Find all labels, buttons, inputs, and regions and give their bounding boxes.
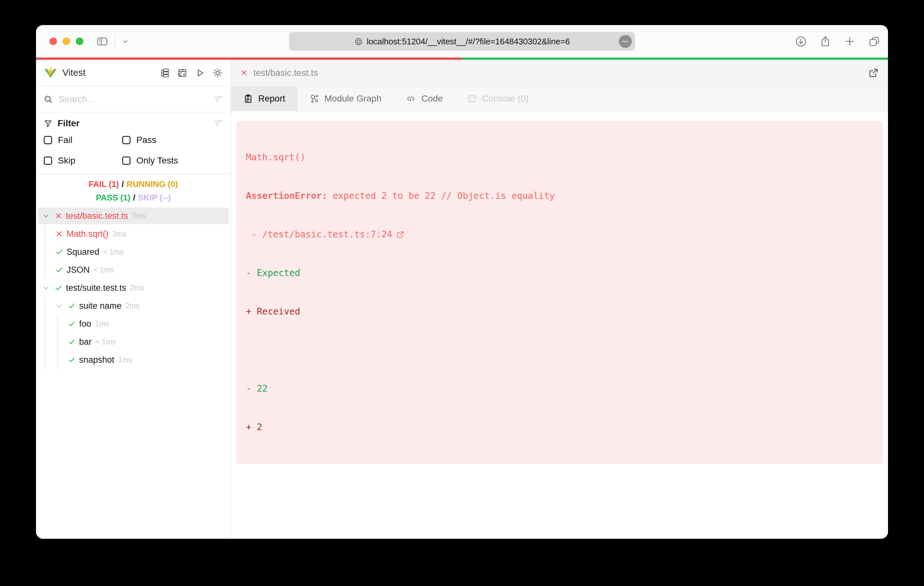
- page-options-button[interactable]: [619, 35, 632, 48]
- fail-x-icon: [240, 69, 248, 77]
- filter-title: Filter: [58, 118, 79, 128]
- status-skip: SKIP (--): [138, 193, 171, 202]
- minimize-window-button[interactable]: [63, 38, 70, 45]
- error-test-name: Math.sqrt(): [246, 151, 873, 164]
- sidebar-header: Vitest: [36, 60, 231, 86]
- checkbox[interactable]: [44, 156, 52, 165]
- test-label: Math.sqrt(): [66, 229, 109, 239]
- pass-check-icon: [68, 320, 76, 328]
- tree-row-file-suite[interactable]: test/suite.test.ts 2ms: [36, 279, 231, 297]
- checkbox[interactable]: [122, 136, 130, 144]
- tab-module-graph[interactable]: Module Graph: [297, 86, 394, 110]
- console-icon: [467, 94, 477, 104]
- tree-row-test-json[interactable]: JSON < 1ms: [36, 261, 231, 279]
- tree-row-file-basic[interactable]: test/basic.test.ts 3ms: [36, 207, 231, 225]
- test-tree: test/basic.test.ts 3ms Math.sqrt() 3ms S…: [36, 207, 231, 539]
- open-in-editor-icon[interactable]: [868, 67, 879, 78]
- test-duration: 3ms: [132, 212, 146, 221]
- error-message: expected 2 to be 22 // Object.is equalit…: [327, 189, 555, 202]
- expand-collapse-tree-icon[interactable]: [160, 68, 170, 78]
- sidebar: Vitest: [36, 60, 231, 539]
- tab-label: Module Graph: [324, 94, 381, 104]
- sidebar-toggle-icon[interactable]: [96, 35, 108, 48]
- toolbar-divider: [115, 36, 116, 47]
- pass-check-icon: [54, 284, 63, 292]
- chevron-down-icon[interactable]: [42, 212, 50, 220]
- test-label: suite name: [79, 301, 122, 311]
- tree-row-test-bar[interactable]: bar < 1ms: [36, 333, 231, 351]
- checkbox-label: Pass: [136, 135, 156, 145]
- status-pass: PASS (1): [96, 193, 130, 202]
- filter-checkbox-only-tests[interactable]: Only Tests: [122, 154, 223, 167]
- address-bar[interactable]: localhost:51204/__vitest__/#/?file=16484…: [289, 32, 635, 51]
- test-label: test/basic.test.ts: [66, 211, 128, 221]
- status-fail: FAIL (1): [88, 179, 119, 189]
- filter-checkbox-fail[interactable]: Fail: [44, 133, 122, 146]
- stack-location-link[interactable]: /test/basic.test.ts:7:24: [262, 228, 393, 241]
- dashboard-icon[interactable]: [177, 68, 187, 78]
- browser-toolbar: localhost:51204/__vitest__/#/?file=16484…: [36, 25, 888, 58]
- error-panel: Math.sqrt() AssertionError: expected 2 t…: [236, 121, 883, 464]
- status-separator: /: [130, 193, 138, 202]
- chevron-down-icon[interactable]: [42, 284, 50, 292]
- filter-checkbox-pass[interactable]: Pass: [122, 133, 223, 146]
- test-duration: 1ms: [95, 320, 109, 328]
- test-label: JSON: [66, 265, 90, 275]
- test-label: snapshot: [79, 355, 114, 365]
- test-duration: 2ms: [125, 302, 139, 310]
- tab-label: Console (0): [482, 94, 528, 104]
- tree-row-test-squared[interactable]: Squared < 1ms: [36, 243, 231, 261]
- traffic-lights: [50, 38, 83, 45]
- checkbox[interactable]: [122, 156, 130, 165]
- close-window-button[interactable]: [50, 38, 57, 45]
- theme-toggle-sun-icon[interactable]: [213, 68, 223, 78]
- new-tab-icon[interactable]: [844, 35, 856, 48]
- test-duration: < 1ms: [96, 337, 116, 346]
- share-icon[interactable]: [819, 35, 832, 48]
- zoom-window-button[interactable]: [76, 38, 83, 45]
- tree-row-suite-name[interactable]: suite name 2ms: [36, 297, 231, 315]
- error-name: AssertionError:: [246, 189, 327, 202]
- tree-row-test-foo[interactable]: foo 1ms: [36, 315, 231, 333]
- error-stack-line: - /test/basic.test.ts:7:24: [246, 228, 873, 241]
- external-link-icon[interactable]: [396, 230, 404, 239]
- report-icon: [243, 94, 253, 104]
- checkbox[interactable]: [44, 136, 52, 144]
- test-label: test/suite.test.ts: [66, 283, 126, 293]
- diff-received-label: + Received: [246, 305, 873, 318]
- main-panel: test/basic.test.ts Rep: [231, 60, 888, 539]
- test-duration: < 1ms: [103, 248, 124, 256]
- run-all-icon[interactable]: [195, 68, 205, 78]
- checkbox-label: Only Tests: [136, 155, 178, 166]
- tree-row-test-snapshot[interactable]: snapshot 1ms: [36, 351, 231, 369]
- report-view: Math.sqrt() AssertionError: expected 2 t…: [231, 111, 888, 539]
- chevron-down-icon[interactable]: [122, 38, 129, 45]
- tab-report[interactable]: Report: [231, 86, 297, 110]
- search-input[interactable]: [58, 94, 214, 104]
- tab-overview-icon[interactable]: [868, 35, 880, 48]
- tab-code[interactable]: Code: [394, 86, 455, 110]
- checkbox-label: Skip: [58, 155, 75, 166]
- chevron-down-icon[interactable]: [55, 302, 63, 310]
- tree-row-test-math-sqrt[interactable]: Math.sqrt() 3ms: [36, 225, 231, 243]
- diff-received-value: + 2: [246, 421, 873, 434]
- tab-label: Report: [258, 94, 285, 104]
- pass-check-icon: [55, 248, 63, 256]
- clear-filter-icon[interactable]: [214, 119, 223, 128]
- browser-window: localhost:51204/__vitest__/#/?file=16484…: [36, 25, 888, 539]
- search-icon: [44, 95, 53, 104]
- test-label: bar: [79, 337, 92, 347]
- clear-search-filter-icon[interactable]: [214, 95, 223, 104]
- fail-x-icon: [55, 230, 63, 238]
- error-message-line: AssertionError: expected 2 to be 22 // O…: [246, 189, 873, 202]
- funnel-icon: [44, 119, 53, 128]
- pass-check-icon: [68, 337, 76, 346]
- downloads-icon[interactable]: [795, 35, 807, 48]
- filter-checkbox-skip[interactable]: Skip: [44, 154, 122, 167]
- url-text: localhost:51204/__vitest__/#/?file=16484…: [367, 37, 570, 46]
- test-duration: 3ms: [112, 230, 126, 239]
- test-summary: FAIL (1)/RUNNING (0) PASS (1)/SKIP (--): [36, 174, 231, 207]
- tab-console[interactable]: Console (0): [455, 86, 541, 110]
- search-row: [36, 86, 231, 112]
- test-duration: 1ms: [118, 356, 132, 364]
